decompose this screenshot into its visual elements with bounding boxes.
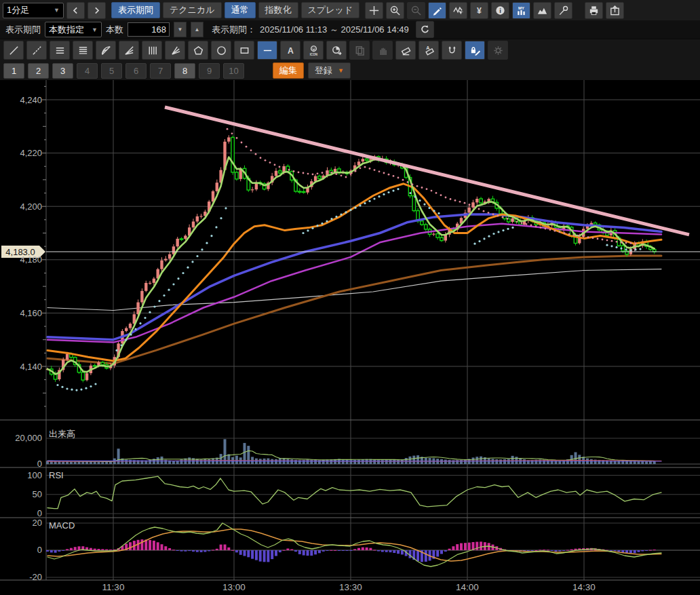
period-label: 表示期間 — [5, 24, 41, 36]
preset-button-7: 7 — [150, 63, 171, 79]
svg-text:14:30: 14:30 — [572, 582, 596, 592]
next-period-button[interactable] — [88, 2, 106, 19]
svg-text:MY: MY — [518, 5, 524, 9]
toolbar-button-通常[interactable]: 通常 — [225, 2, 256, 18]
svg-text:4,240: 4,240 — [20, 95, 42, 105]
svg-text:出来高: 出来高 — [49, 429, 75, 439]
svg-text:i: i — [499, 6, 501, 14]
my-indicator-button[interactable]: MY — [512, 2, 530, 19]
export-button[interactable] — [606, 2, 624, 19]
chevron-down-icon: ▼ — [54, 7, 60, 14]
lock-pencil-tool-icon[interactable] — [465, 41, 485, 60]
svg-text:4,180: 4,180 — [20, 254, 42, 265]
svg-text:20: 20 — [33, 518, 42, 528]
time-cycle-tool-icon[interactable] — [326, 41, 347, 60]
horizontal-line-tool-icon[interactable] — [257, 41, 277, 60]
wrench-button[interactable] — [554, 2, 572, 19]
parallel-lines-4-icon[interactable] — [73, 41, 93, 60]
reset-period-button[interactable] — [416, 21, 434, 38]
crosshair-button[interactable] — [365, 2, 383, 19]
count-label: 本数 — [106, 24, 123, 36]
copy-tool-icon — [349, 41, 370, 60]
eraser-tool-icon[interactable] — [395, 41, 416, 60]
svg-text:ICON: ICON — [309, 52, 317, 56]
svg-text:4,220: 4,220 — [20, 148, 42, 158]
toolbar-button-スプレッド[interactable]: スプレッド — [301, 2, 360, 18]
preset-button-9: 9 — [199, 63, 220, 79]
svg-text:100: 100 — [27, 470, 42, 480]
toolbar-button-テクニカル[interactable]: テクニカル — [163, 2, 222, 18]
range-label: 表示期間： — [212, 24, 256, 36]
svg-text:50: 50 — [33, 489, 42, 499]
preset-button-8[interactable]: 8 — [174, 63, 195, 79]
yen-button[interactable]: ¥ — [470, 2, 488, 19]
svg-text:RSI: RSI — [49, 470, 64, 480]
preset-toolbar: 12345678910 編集 登録 ▼ — [0, 61, 700, 80]
bar-count-input[interactable] — [128, 22, 170, 37]
svg-text:11:30: 11:30 — [102, 582, 125, 592]
zoom-in-button[interactable] — [386, 2, 404, 19]
register-label: 登録 — [315, 64, 332, 77]
svg-text:0: 0 — [37, 508, 42, 518]
svg-text:-20: -20 — [29, 572, 42, 582]
svg-text:14:00: 14:00 — [456, 582, 479, 592]
text-tool-icon[interactable]: A — [280, 41, 300, 60]
vertical-lines-icon[interactable] — [142, 41, 162, 60]
preset-button-2[interactable]: 2 — [28, 63, 49, 79]
register-dropdown-button[interactable]: 登録 ▼ — [308, 62, 351, 79]
hand-tool-icon — [372, 41, 393, 60]
rectangle-tool-icon[interactable] — [234, 41, 254, 60]
period-mode-value: 本数指定 — [49, 24, 84, 36]
main-toolbar: 1分足 ▼ 表示期間テクニカル通常指数化スプレッド ¥iMY — [0, 0, 700, 20]
eraser-text-tool-icon[interactable]: A — [419, 41, 439, 60]
circle-tool-icon[interactable] — [211, 41, 231, 60]
preset-button-6: 6 — [125, 63, 147, 79]
prev-period-button[interactable] — [66, 2, 85, 19]
count-increment-button[interactable]: ▲ — [191, 22, 203, 37]
count-decrement-button[interactable]: ▼ — [174, 22, 187, 37]
chart-area[interactable]: 4,183.04,2404,2204,2004,1804,1604,14020,… — [0, 80, 700, 595]
ray-lines-icon[interactable] — [165, 41, 185, 60]
fibonacci-arc-icon[interactable] — [96, 41, 116, 60]
trendline-tool-icon[interactable] — [3, 41, 24, 60]
magnet-tool-icon[interactable] — [442, 41, 462, 60]
toolbar-button-指数化[interactable]: 指数化 — [258, 2, 298, 18]
icon-stamp-tool-icon[interactable]: ICON — [303, 41, 324, 60]
period-mode-dropdown[interactable]: 本数指定 ▼ — [45, 22, 102, 37]
svg-text:4,140: 4,140 — [20, 362, 42, 372]
chart-application: 1分足 ▼ 表示期間テクニカル通常指数化スプレッド ¥iMY 表示期間 本数指定… — [0, 0, 700, 595]
timeframe-dropdown[interactable]: 1分足 ▼ — [3, 3, 64, 18]
edit-button[interactable]: 編集 — [273, 62, 304, 79]
preset-button-1[interactable]: 1 — [3, 63, 24, 79]
period-toolbar: 表示期間 本数指定 ▼ 本数 ▼ ▲ 表示期間： 2025/11/06 11:1… — [0, 20, 700, 39]
chevron-down-icon: ▼ — [338, 67, 344, 74]
range-value: 2025/11/06 11:13 ～ 2025/11/06 14:49 — [260, 24, 409, 36]
pentagon-tool-icon[interactable] — [188, 41, 208, 60]
svg-text:4,200: 4,200 — [20, 201, 42, 212]
preset-number-buttons: 12345678910 — [3, 63, 244, 79]
info-button[interactable]: i — [491, 2, 509, 19]
pencil-button[interactable] — [428, 2, 446, 19]
preset-button-4: 4 — [77, 63, 98, 79]
timeframe-value: 1分足 — [7, 4, 29, 16]
mode-buttons: 表示期間テクニカル通常指数化スプレッド — [111, 2, 359, 18]
price-chart[interactable]: 4,183.04,2404,2204,2004,1804,1604,14020,… — [0, 80, 700, 595]
mountain-chart-button[interactable] — [533, 2, 551, 19]
fan-lines-icon[interactable] — [119, 41, 139, 60]
toolbar-button-表示期間[interactable]: 表示期間 — [111, 2, 160, 18]
svg-text:13:30: 13:30 — [339, 582, 362, 592]
ruler-tool-icon[interactable] — [26, 41, 47, 60]
svg-text:¥: ¥ — [477, 5, 482, 15]
indicator-cursor-button[interactable] — [449, 2, 467, 19]
toolbar-icons: ¥iMY — [365, 2, 624, 19]
parallel-lines-3-icon[interactable] — [50, 41, 70, 60]
drawing-toolbar: AICONA — [0, 39, 700, 61]
preset-button-3[interactable]: 3 — [52, 63, 73, 79]
svg-text:MACD: MACD — [49, 520, 75, 531]
svg-text:A: A — [288, 45, 294, 55]
svg-text:20,000: 20,000 — [15, 433, 42, 443]
svg-text:13:00: 13:00 — [222, 582, 246, 592]
preset-button-5: 5 — [101, 63, 122, 79]
zoom-out-button — [407, 2, 425, 19]
printer-button[interactable] — [585, 2, 603, 19]
